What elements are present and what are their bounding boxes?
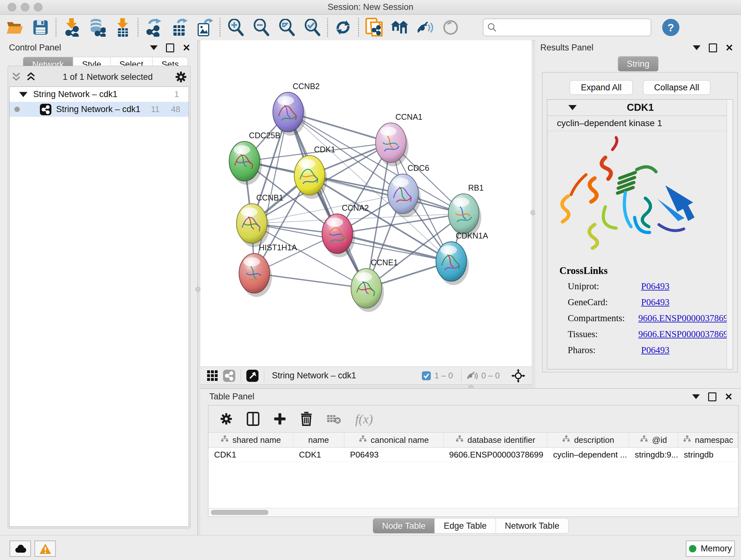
search-input[interactable] [500,22,647,33]
zoom-selected-icon[interactable] [304,19,321,36]
delete-column-icon[interactable] [300,412,313,426]
column-label: name [308,435,329,445]
gene-disclosure-icon[interactable] [568,105,577,110]
table-cell[interactable]: stringdb [678,448,738,462]
node-CDK1[interactable]: CDK1 [294,145,335,199]
column-header-database-identifier[interactable]: database identifier [444,433,548,447]
results-panel-collapse-icon[interactable] [693,45,700,50]
network-row[interactable]: String Network – cdk1 11 48 [10,102,189,117]
table-panel-close-icon[interactable]: ✕ [725,392,733,401]
network-badge-icon[interactable] [223,369,235,382]
birds-eye-view-icon[interactable] [207,370,218,381]
network-tree: String Network – cdk1 1 String Network –… [9,86,189,527]
hidden-indicator-icon[interactable] [467,371,478,381]
string-home-icon[interactable] [391,19,408,36]
string-protein-query-icon[interactable] [365,19,383,36]
column-header-namespac[interactable]: namespac [678,433,738,447]
crosslink-link[interactable]: 9606.ENSP00000378699 [638,313,733,323]
table-cell[interactable]: P06493 [344,448,444,462]
open-session-icon[interactable] [6,19,23,36]
node-RB1[interactable]: RB1 [448,183,484,237]
table-cell[interactable]: CDK1 [293,448,344,462]
fit-selected-crosshair-icon[interactable] [511,369,525,383]
zoom-in-icon[interactable] [227,19,244,36]
column-header--id[interactable]: @id [629,433,678,447]
control-panel-float-icon[interactable] [166,44,174,52]
node-HIST1H1A[interactable]: HIST1H1A [239,243,297,297]
string-results-box: Expand All Collapse All CDK1 cyclin–depe… [542,72,738,372]
table-tab-edge-table[interactable]: Edge Table [434,518,496,534]
table-cell[interactable]: stringdb:9... [629,448,678,462]
memory-status-button[interactable]: Memory [686,541,735,557]
detach-view-icon[interactable] [246,369,259,382]
node-CCNA1[interactable]: CCNA1 [376,112,422,166]
collection-disclosure-icon[interactable] [19,92,27,97]
refresh-icon[interactable] [334,19,352,36]
import-network-file-icon[interactable] [63,19,80,36]
crosslink-link[interactable]: P06493 [641,281,670,292]
save-session-icon[interactable] [32,19,49,36]
node-CCNE1[interactable]: CCNE1 [351,258,398,312]
import-table-file-icon[interactable] [114,19,131,36]
selected-node-edge-count: 1 – 0 [434,371,453,381]
collection-count: 1 [175,89,179,99]
table-cell[interactable]: cyclin–dependent ... [547,448,629,462]
warning-status-button[interactable] [35,541,56,557]
node-label-CCNB1: CCNB1 [256,193,283,202]
node-CDKN1A[interactable]: CDKN1A [436,231,488,285]
table-scrollbar-thumb[interactable] [211,510,268,515]
table-cell[interactable]: CDK1 [208,448,293,462]
results-scrollbar[interactable] [727,100,733,369]
table-row[interactable]: CDK1CDK1P064939606.ENSP00000378699cyclin… [208,448,738,462]
right-splitter-handle[interactable] [530,210,536,215]
node-label-HIST1H1A: HIST1H1A [259,243,297,252]
network-canvas[interactable]: CCNB2CCNA1CDC25BCDK1CDC6RB1CCNB1CCNA2CDK… [200,40,532,367]
column-header-description[interactable]: description [547,433,629,447]
crosslink-link[interactable]: P06493 [641,297,670,307]
create-column-icon[interactable] [273,413,286,425]
selected-indicator-checkbox[interactable] [421,371,431,381]
expand-all-button[interactable]: Expand All [569,80,633,95]
show-columns-icon[interactable] [247,412,259,426]
node-CCNB1[interactable]: CCNB1 [237,193,283,247]
table-cell[interactable]: 9606.ENSP00000378699 [444,448,548,462]
help-button[interactable]: ? [662,19,679,36]
table-panel-collapse-icon[interactable] [692,394,700,399]
expand-all-networks-icon[interactable] [26,72,36,82]
collapse-all-button[interactable]: Collapse All [643,80,711,95]
control-panel-collapse-icon[interactable] [150,45,158,50]
results-tab-string[interactable]: String [617,56,659,71]
export-table-icon[interactable] [171,19,188,36]
cloud-status-button[interactable] [10,541,31,557]
column-header-canonical-name[interactable]: canonical name [344,433,444,447]
crosslink-link[interactable]: P06493 [641,345,670,355]
control-panel: Control Panel ✕ NetworkStyleSelectSets 1… [0,40,198,536]
node-CCNB2[interactable]: CCNB2 [273,82,320,136]
crosslink-link[interactable]: 9606.ENSP00000378699 [638,329,733,339]
control-panel-close-icon[interactable]: ✕ [183,43,191,53]
enhance-labels-icon[interactable] [416,19,434,36]
show-glass-ball-icon[interactable] [442,19,459,36]
table-tab-node-table[interactable]: Node Table [373,518,434,534]
results-panel-float-icon[interactable] [709,44,717,52]
table-tab-network-table[interactable]: Network Table [496,518,569,534]
export-image-icon[interactable] [196,19,213,36]
export-network-icon[interactable] [145,19,162,36]
table-options-gear-icon[interactable] [220,413,232,425]
delete-table-icon[interactable] [327,413,341,425]
network-collection-row[interactable]: String Network – cdk1 1 [10,87,189,102]
results-panel-close-icon[interactable]: ✕ [725,43,733,53]
left-splitter-handle[interactable] [195,287,200,292]
network-options-gear-icon[interactable] [175,71,187,83]
import-network-database-icon[interactable] [88,19,106,36]
column-label: namespac [695,435,733,445]
table-panel-float-icon[interactable] [708,392,717,401]
function-builder-icon[interactable]: f(x) [355,412,373,427]
network-current-dot [14,107,20,112]
column-label: shared name [232,435,281,445]
zoom-out-icon[interactable] [253,19,270,36]
zoom-fit-icon[interactable] [278,19,295,36]
column-header-shared-name[interactable]: shared name [208,433,293,447]
collapse-all-networks-icon[interactable] [11,72,21,82]
column-header-name[interactable]: name [293,433,344,447]
